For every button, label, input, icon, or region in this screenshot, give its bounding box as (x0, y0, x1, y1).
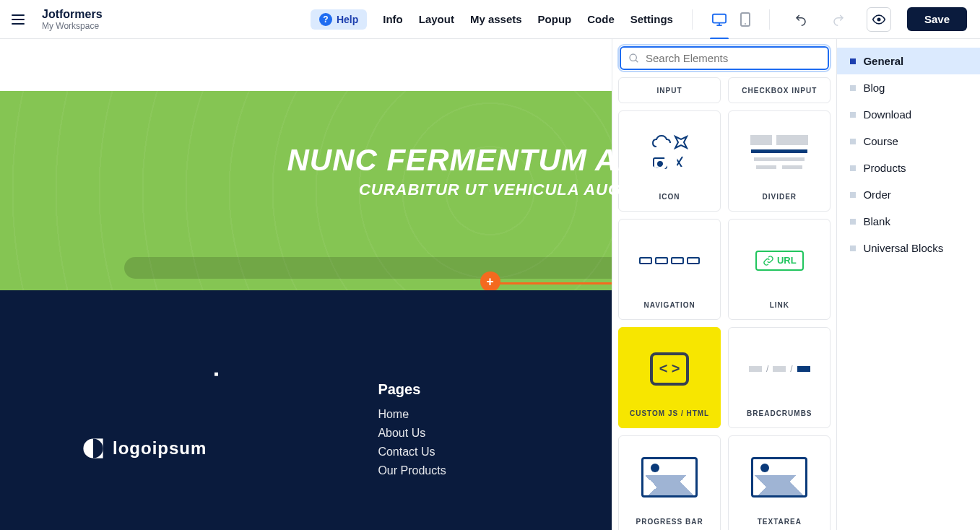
category-blank[interactable]: Blank (837, 208, 980, 235)
element-card-link[interactable]: URL LINK (728, 219, 831, 320)
footer-link-contact[interactable]: Contact Us (378, 446, 446, 459)
add-element-button[interactable]: + (480, 271, 500, 290)
breadcrumb-thumb: // (749, 364, 810, 374)
nav-info[interactable]: Info (383, 13, 403, 25)
mobile-view-button[interactable] (740, 12, 750, 27)
hero-subheading: CURABITUR UT VEHICULA AUG (0, 181, 980, 199)
redo-button[interactable] (826, 7, 851, 32)
category-universal-blocks[interactable]: Universal Blocks (837, 235, 980, 261)
preview-button[interactable] (867, 7, 891, 32)
element-label: PROGRESS BAR (636, 518, 703, 526)
image-thumb (751, 457, 807, 498)
nav-popup[interactable]: Popup (538, 13, 572, 25)
element-card-navigation[interactable]: NAVIGATION (618, 219, 721, 320)
link-thumb: URL (755, 251, 804, 271)
brand-title: Jotformers (42, 7, 103, 21)
svg-rect-0 (713, 14, 726, 22)
top-nav: ? Help Info Layout My assets Popup Code … (311, 7, 967, 32)
desktop-view-button[interactable] (711, 12, 727, 27)
help-button[interactable]: ? Help (311, 9, 367, 30)
nav-layout[interactable]: Layout (419, 13, 454, 25)
footer-pages-heading: Pages (378, 381, 446, 398)
image-thumb (641, 457, 698, 498)
footer-pages-column: Pages Home About Us Contact Us Our Produ… (378, 316, 446, 530)
element-label: TEXTAREA (758, 518, 802, 526)
mobile-icon (740, 12, 750, 27)
element-card-breadcrumbs[interactable]: // BREADCRUMBS (728, 327, 831, 428)
divider (692, 9, 693, 30)
topbar: Jotformers My Workspace ? Help Info Layo… (0, 0, 980, 39)
brand-block: Jotformers My Workspace (42, 7, 103, 32)
svg-point-2 (745, 23, 746, 25)
search-elements-input[interactable] (646, 52, 820, 64)
footer-link-products[interactable]: Our Products (378, 464, 446, 477)
trademark-icon: ■ (214, 370, 219, 378)
help-label: Help (337, 14, 358, 25)
element-label: LINK (770, 301, 789, 309)
navigation-thumb (639, 257, 700, 264)
code-icon: < > (650, 352, 689, 386)
nav-myassets[interactable]: My assets (470, 13, 522, 25)
element-card-custom-js-html[interactable]: < > CUSTOM JS / HTML (618, 327, 721, 428)
nav-settings[interactable]: Settings (630, 13, 673, 25)
undo-button[interactable] (789, 7, 813, 32)
hero-heading: NUNC FERMENTUM ALIQU (0, 143, 980, 178)
footer-logo-text: logoipsum (113, 438, 207, 459)
category-label: Universal Blocks (863, 242, 943, 254)
nav-code[interactable]: Code (587, 13, 615, 25)
category-label: General (863, 55, 903, 67)
undo-icon (794, 13, 807, 26)
eye-icon (872, 12, 886, 27)
brand-subtitle: My Workspace (42, 21, 103, 31)
divider (769, 9, 770, 30)
footer-logo: logoipsum ■ (81, 367, 219, 530)
element-label: CUSTOM JS / HTML (630, 409, 709, 417)
save-button[interactable]: Save (907, 7, 967, 31)
svg-point-5 (630, 54, 636, 61)
footer-link-about[interactable]: About Us (378, 427, 446, 440)
element-label: BREADCRUMBS (747, 409, 812, 417)
desktop-icon (711, 12, 727, 27)
element-card-progress-bar[interactable]: PROGRESS BAR (618, 435, 721, 530)
footer-link-home[interactable]: Home (378, 408, 446, 421)
link-icon (763, 255, 774, 266)
search-elements-wrap[interactable] (620, 46, 829, 70)
redo-icon (832, 13, 845, 26)
element-label: NAVIGATION (643, 301, 695, 309)
hamburger-menu-button[interactable] (12, 11, 29, 28)
search-icon (628, 53, 640, 64)
link-thumb-text: URL (777, 255, 797, 266)
category-label: Blank (863, 215, 890, 227)
element-card-textarea[interactable]: TEXTAREA (728, 435, 831, 530)
category-general[interactable]: General (837, 48, 980, 74)
question-icon: ? (319, 13, 332, 26)
logo-icon (81, 436, 105, 461)
svg-point-3 (877, 17, 880, 21)
